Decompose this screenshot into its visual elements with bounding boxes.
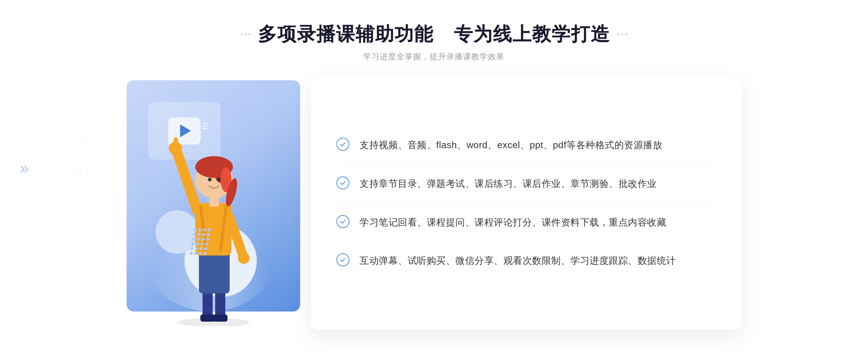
check-icon-2 [336, 176, 349, 189]
title-text-part2: 专为线上教学打造 [454, 22, 610, 47]
stripe-decoration [192, 228, 209, 255]
svg-rect-5 [199, 250, 230, 293]
feature-item-1: 支持视频、音频、flash、word、excel、ppt、pdf等各种格式的资源… [336, 126, 716, 165]
svg-line-7 [177, 153, 197, 210]
right-content-panel: 支持视频、音频、flash、word、excel、ppt、pdf等各种格式的资源… [311, 77, 741, 330]
svg-point-11 [238, 252, 250, 264]
subtitle-text: 学习进度全掌握，提升录播课教学效果 [241, 51, 627, 62]
chevron-left-icon: » [20, 159, 26, 177]
feature-text-2: 支持章节目录、弹题考试、课后练习、课后作业、章节测验、批改作业 [359, 176, 657, 192]
dot-grid-decoration-mid [71, 126, 107, 177]
svg-rect-4 [213, 314, 227, 322]
check-icon-1 [336, 138, 349, 151]
title-decorator-right [617, 33, 627, 35]
title-decorator-left [241, 33, 251, 35]
main-card: 支持视频、音频、flash、word、excel、ppt、pdf等各种格式的资源… [127, 77, 741, 330]
svg-point-19 [217, 178, 221, 181]
left-illustration-panel [127, 80, 322, 326]
header-section: 多项录播课辅助功能 专为线上教学打造 学习进度全掌握，提升录播课教学效果 [241, 22, 627, 62]
feature-text-1: 支持视频、音频、flash、word、excel、ppt、pdf等各种格式的资源… [359, 138, 662, 153]
svg-rect-3 [200, 314, 215, 322]
dot-grid-decoration [71, 58, 114, 87]
check-icon-3 [336, 215, 349, 228]
feature-item-3: 学习笔记回看、课程提问、课程评论打分、课件资料下载，重点内容收藏 [336, 203, 716, 242]
svg-line-10 [230, 218, 242, 254]
title-text: 多项录播课辅助功能 [258, 22, 434, 47]
svg-rect-9 [174, 137, 178, 152]
feature-item-4: 互动弹幕、试听购买、微信分享、观看次数限制、学习进度跟踪、数据统计 [336, 242, 716, 280]
feature-text-4: 互动弹幕、试听购买、微信分享、观看次数限制、学习进度跟踪、数据统计 [359, 253, 676, 269]
check-icon-4 [336, 253, 349, 266]
main-title: 多项录播课辅助功能 专为线上教学打造 [241, 22, 627, 47]
person-illustration [156, 116, 271, 326]
page-wrapper: » 多项录播课辅助功能 专为线上教学打造 学习进度全掌握，提升录播课教学效果 [0, 0, 868, 352]
svg-point-18 [208, 178, 212, 181]
feature-text-3: 学习笔记回看、课程提问、课程评论打分、课件资料下载，重点内容收藏 [359, 215, 666, 230]
feature-item-2: 支持章节目录、弹题考试、课后练习、课后作业、章节测验、批改作业 [336, 165, 716, 203]
